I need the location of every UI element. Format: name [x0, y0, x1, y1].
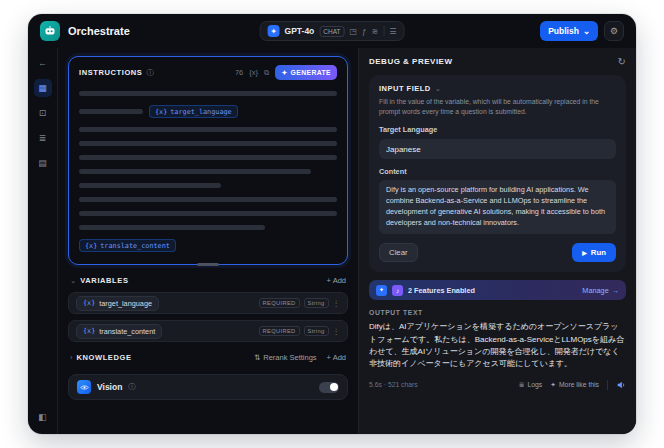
input-field-header[interactable]: INPUT FIELD ⌄: [379, 84, 616, 93]
copy-icon[interactable]: ⧉: [264, 68, 269, 78]
speaker-button[interactable]: [616, 380, 626, 390]
variable-row-right: REQUIRED String ⋮: [259, 326, 340, 336]
type-badge[interactable]: String: [304, 298, 329, 308]
debug-title: DEBUG & PREVIEW: [369, 57, 453, 66]
variable-icon: {x}: [83, 327, 95, 335]
gear-icon: ⚙: [610, 26, 618, 36]
play-icon: ▶: [582, 249, 587, 256]
header-left: Orchestrate: [40, 21, 130, 41]
app-logo-icon[interactable]: [40, 21, 60, 41]
variable-row[interactable]: {x} target_language REQUIRED String ⋮: [68, 292, 348, 314]
prompt-line: {x} translate_content: [79, 239, 337, 252]
model-mode-badge: CHAT: [319, 26, 344, 37]
publish-chevron-icon: ⌄: [583, 26, 590, 36]
target-language-input[interactable]: [379, 139, 616, 159]
skeleton-line: [79, 225, 265, 230]
publish-label: Publish: [548, 26, 579, 36]
required-badge: REQUIRED: [259, 326, 300, 336]
sidebar-item-logs[interactable]: ≣: [34, 129, 52, 147]
variable-row[interactable]: {x} translate_content REQUIRED String ⋮: [68, 320, 348, 342]
variable-pill: {x} target_language: [76, 296, 159, 311]
app-body: ← ▦ ⊡ ≣ ▤ ◧ INSTRUCTIONS: [28, 48, 636, 434]
insert-variable-icon[interactable]: {x}: [249, 68, 258, 77]
vision-label: Vision: [97, 382, 122, 392]
input-field-title: INPUT FIELD: [379, 84, 431, 93]
prompt-line: [79, 197, 337, 202]
features-bar[interactable]: ✦ ♪ 2 Features Enabled Manage →: [369, 280, 626, 300]
skeleton-line: [79, 197, 337, 202]
skeleton-line: [79, 169, 311, 174]
back-button[interactable]: ←: [34, 54, 52, 72]
generate-button[interactable]: ✦ GENERATE: [275, 65, 337, 80]
skeleton-line: [79, 109, 143, 114]
sidebar-item-orchestrate[interactable]: ▦: [34, 79, 52, 97]
clear-button[interactable]: Clear: [379, 243, 418, 262]
variable-row-right: REQUIRED String ⋮: [259, 298, 340, 308]
skeleton-line: [79, 211, 337, 216]
prompt-line: [79, 91, 337, 96]
output-actions: ≣ Logs ✦ More like this: [519, 380, 626, 390]
variable-chip-translate-content[interactable]: {x} translate_content: [79, 239, 176, 252]
prompt-panel: INSTRUCTIONS ⓘ 76 {x} ⧉ ✦ GENERATE: [58, 48, 358, 434]
rerank-settings-button[interactable]: ⇅ Rerank Settings: [254, 353, 317, 362]
type-badge[interactable]: String: [304, 326, 329, 336]
features-count-label: 2 Features Enabled: [408, 286, 475, 295]
model-chip-divider: [383, 26, 384, 36]
manage-label: Manage: [582, 286, 608, 295]
add-knowledge-button[interactable]: + Add: [327, 353, 346, 362]
prompt-line: [79, 141, 337, 146]
variable-icon: {x}: [83, 299, 95, 307]
field-label-target-language: Target Language: [379, 125, 616, 134]
skeleton-line: [79, 155, 337, 160]
output-section: OUTPUT TEXT Difyは、AIアプリケーションを構築するためのオープン…: [369, 309, 626, 390]
clear-label: Clear: [389, 248, 408, 257]
add-variable-button[interactable]: + Add: [327, 276, 346, 285]
skeleton-line: [79, 127, 337, 132]
debug-panel: DEBUG & PREVIEW ↻ INPUT FIELD ⌄ Fill in …: [358, 48, 636, 434]
info-icon: ⓘ: [128, 382, 136, 392]
settings-button[interactable]: ⚙: [604, 21, 624, 41]
more-icon[interactable]: ⋮: [333, 299, 341, 308]
speaker-icon: [616, 380, 626, 390]
run-button[interactable]: ▶ Run: [572, 243, 616, 262]
sidebar-item-api[interactable]: ⊡: [34, 104, 52, 122]
panel-toggle-button[interactable]: ◧: [34, 408, 52, 426]
knowledge-header[interactable]: › KNOWLEDGE ⇅ Rerank Settings + Add: [70, 353, 346, 362]
output-footer: 5.6s · 521 chars ≣ Logs ✦ More like this: [369, 380, 626, 390]
footer-divider: [607, 380, 608, 390]
debug-header: DEBUG & PREVIEW ↻: [369, 56, 626, 67]
field-label-content: Content: [379, 167, 616, 176]
content-textarea[interactable]: [379, 180, 616, 234]
app-header: Orchestrate ✦ GPT-4o CHAT ◳ ƒ ≋ ☰ Publis…: [28, 14, 636, 48]
publish-button[interactable]: Publish ⌄: [540, 21, 598, 41]
model-selector[interactable]: ✦ GPT-4o CHAT ◳ ƒ ≋ ☰: [260, 21, 405, 41]
variables-actions: + Add: [327, 276, 346, 285]
variable-chip-target-language[interactable]: {x} target_language: [149, 105, 238, 118]
arrow-right-icon: →: [612, 286, 619, 295]
variables-header[interactable]: ⌄ VARIABLES + Add: [70, 276, 346, 285]
eye-icon: [77, 380, 91, 394]
variable-chip-label: target_language: [170, 108, 231, 116]
sidebar-item-docs[interactable]: ▤: [34, 154, 52, 172]
variable-icon: {x}: [155, 108, 167, 116]
resize-handle[interactable]: [197, 263, 219, 266]
output-text: Difyは、AIアプリケーションを構築するためのオープンソースプラットフォームで…: [369, 321, 626, 371]
terminal-icon: ⊡: [39, 108, 47, 118]
skeleton-line: [79, 91, 337, 96]
header-right: Publish ⌄ ⚙: [540, 21, 624, 41]
more-like-this-button[interactable]: ✦ More like this: [550, 381, 599, 389]
manage-features-button[interactable]: Manage →: [582, 286, 619, 295]
run-label: Run: [591, 248, 606, 257]
more-icon[interactable]: ⋮: [333, 327, 341, 336]
sparkle-icon: ✦: [550, 381, 556, 389]
refresh-button[interactable]: ↻: [618, 56, 626, 67]
input-field-description: Fill in the value of the variable, which…: [379, 97, 616, 117]
rerank-label: Rerank Settings: [263, 353, 316, 362]
model-provider-icon: ✦: [268, 25, 280, 37]
model-params-icon[interactable]: ☰: [389, 27, 396, 36]
chevron-right-icon: ›: [70, 353, 73, 362]
instructions-card[interactable]: INSTRUCTIONS ⓘ 76 {x} ⧉ ✦ GENERATE: [68, 56, 348, 265]
vision-toggle[interactable]: [319, 382, 339, 393]
logs-button[interactable]: ≣ Logs: [519, 381, 542, 389]
more-like-this-label: More like this: [559, 381, 599, 388]
